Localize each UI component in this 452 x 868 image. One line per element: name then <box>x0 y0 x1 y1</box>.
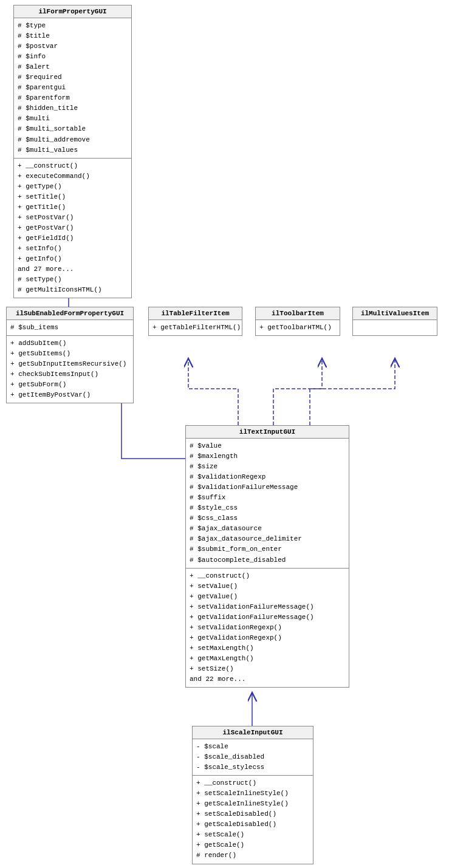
ilMultiValuesItem-title: ilMultiValuesItem <box>353 307 437 320</box>
ilFormPropertyGUI-methods: + __construct() + executeCommand() + get… <box>14 159 131 298</box>
ilScaleInputGUI-box: ilScaleInputGUI - $scale - $scale_disabl… <box>192 726 313 864</box>
ilScaleInputGUI-attributes: - $scale - $scale_disabled - $scale_styl… <box>193 739 313 776</box>
ilScaleInputGUI-title: ilScaleInputGUI <box>193 726 313 739</box>
ilSubEnabledFormPropertyGUI-title: ilSubEnabledFormPropertyGUI <box>7 307 133 320</box>
ilFormPropertyGUI-title: ilFormPropertyGUI <box>14 5 131 18</box>
ilToolbarItem-methods: + getToolbarHTML() <box>256 320 340 335</box>
ilMultiValuesItem-section <box>353 320 437 335</box>
ilSubEnabledFormPropertyGUI-methods: + addSubItem() + getSubItems() + getSubI… <box>7 336 133 403</box>
ilTextInputGUI-attributes: # $value # $maxlength # $size # $validat… <box>186 439 349 569</box>
ilScaleInputGUI-methods: + __construct() + setScaleInlineStyle() … <box>193 776 313 863</box>
ilSubEnabledFormPropertyGUI-attributes: # $sub_items <box>7 320 133 336</box>
ilTextInputGUI-title: ilTextInputGUI <box>186 426 349 439</box>
ilSubEnabledFormPropertyGUI-box: ilSubEnabledFormPropertyGUI # $sub_items… <box>6 307 134 403</box>
diagram-container: ilFormPropertyGUI # $type # $title # $po… <box>0 0 452 868</box>
ilFormPropertyGUI-box: ilFormPropertyGUI # $type # $title # $po… <box>13 5 132 298</box>
ilTableFilterItem-title: ilTableFilterItem <box>149 307 242 320</box>
ilMultiValuesItem-box: ilMultiValuesItem <box>352 307 437 336</box>
ilToolbarItem-title: ilToolbarItem <box>256 307 340 320</box>
ilTextInputGUI-box: ilTextInputGUI # $value # $maxlength # $… <box>185 425 349 688</box>
ilFormPropertyGUI-attributes: # $type # $title # $postvar # $info # $a… <box>14 18 131 159</box>
ilTextInputGUI-methods: + __construct() + setValue() + getValue(… <box>186 569 349 688</box>
ilTableFilterItem-methods: + getTableFilterHTML() <box>149 320 242 335</box>
ilTableFilterItem-box: ilTableFilterItem + getTableFilterHTML() <box>148 307 242 336</box>
ilToolbarItem-box: ilToolbarItem + getToolbarHTML() <box>255 307 340 336</box>
